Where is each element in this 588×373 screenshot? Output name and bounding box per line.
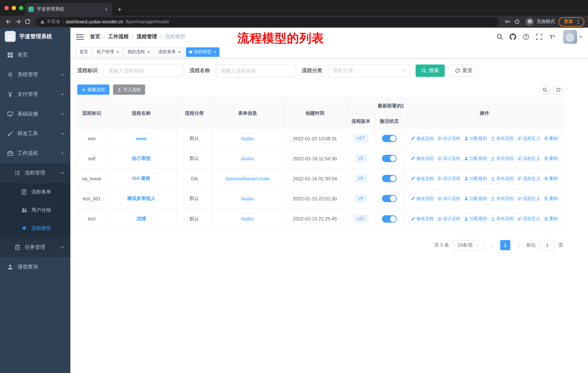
action-design-link[interactable]: 设计流程	[437, 155, 460, 161]
security-chip[interactable]: 不安全	[40, 19, 60, 25]
show-search-button[interactable]	[539, 84, 550, 95]
tag-process-model[interactable]: 流程模型×	[186, 47, 220, 57]
action-modify-link[interactable]: 修改流程	[411, 195, 434, 202]
tag-tenant[interactable]: 租户管理×	[93, 47, 122, 57]
user-menu[interactable]	[563, 30, 582, 44]
bookmark-star-icon[interactable]	[512, 17, 522, 26]
sidebar-item-workflow[interactable]: 工作流程	[0, 143, 70, 163]
reset-button[interactable]: 重置	[449, 64, 478, 77]
action-modify-link[interactable]: 修改流程	[411, 135, 434, 141]
action-design-link[interactable]: 设计流程	[437, 135, 460, 141]
active-toggle[interactable]	[382, 155, 396, 162]
tag-process-form[interactable]: 流程表单×	[155, 47, 184, 57]
incognito-chip[interactable]: 无痕模式	[525, 17, 555, 26]
prev-page-button[interactable]: ‹	[488, 240, 496, 250]
user-avatar[interactable]	[563, 30, 577, 44]
github-icon[interactable]	[509, 33, 516, 40]
sidebar-item-process-form[interactable]: 流程表单	[0, 183, 70, 201]
sidebar-logo[interactable]: 芋道管理系统	[0, 28, 70, 45]
action-delete-link[interactable]: 删除	[544, 175, 558, 181]
zoom-window-button[interactable]	[19, 6, 23, 10]
header-search-icon[interactable]	[496, 33, 504, 40]
breadcrumb-item-1[interactable]: 工作流程	[108, 33, 129, 40]
goto-page-input[interactable]	[539, 240, 555, 250]
action-publish-link[interactable]: 发布流程	[491, 195, 514, 202]
action-publish-link[interactable]: 发布流程	[491, 175, 514, 181]
breadcrumb-item-0[interactable]: 首页	[90, 33, 100, 40]
browser-menu-kebab-icon[interactable]	[576, 19, 581, 24]
tag-home[interactable]: 首页	[76, 47, 92, 57]
browser-update-button[interactable]: 更新	[558, 17, 584, 26]
active-toggle[interactable]	[382, 195, 396, 202]
sidebar-item-task-management[interactable]: 任务管理	[0, 238, 70, 257]
tag-my-process[interactable]: 我的流程×	[124, 47, 153, 57]
help-icon[interactable]	[522, 33, 530, 40]
action-modify-link[interactable]: 修改流程	[411, 216, 434, 222]
form-link[interactable]: biubiu	[241, 156, 254, 161]
active-toggle[interactable]	[382, 135, 396, 142]
action-assign-link[interactable]: 分配规则	[464, 216, 487, 222]
forward-icon[interactable]	[13, 17, 23, 26]
action-design-link[interactable]: 设计流程	[437, 195, 460, 202]
action-modify-link[interactable]: 修改流程	[411, 175, 434, 181]
action-assign-link[interactable]: 分配规则	[464, 195, 487, 202]
action-publish-link[interactable]: 发布流程	[491, 135, 514, 141]
browser-tab[interactable]: 芋道管理系统 ×	[25, 3, 112, 16]
page-size-select[interactable]: 10条/页	[453, 240, 484, 250]
sidebar-item-system-management[interactable]: 系统管理	[0, 65, 70, 84]
action-definition-link[interactable]: 流程定义	[517, 155, 540, 161]
search-button[interactable]: 搜索	[416, 64, 445, 77]
reload-icon[interactable]	[23, 17, 32, 26]
sidebar-item-process-management[interactable]: 流程管理	[0, 163, 70, 183]
process-name-link[interactable]: eeee	[136, 136, 147, 141]
action-modify-link[interactable]: 修改流程	[411, 155, 434, 161]
tag-close-icon[interactable]: ×	[147, 50, 150, 54]
form-link[interactable]: biubiu	[241, 136, 254, 141]
back-icon[interactable]	[4, 17, 13, 26]
close-window-button[interactable]	[4, 6, 9, 10]
font-size-icon[interactable]: TT	[549, 33, 556, 40]
process-name-link[interactable]: 自己审批	[132, 155, 151, 162]
action-delete-link[interactable]: 删除	[544, 195, 558, 202]
tag-close-icon[interactable]: ×	[116, 50, 119, 54]
version-tag[interactable]: v21	[354, 215, 368, 222]
tab-close-icon[interactable]: ×	[104, 6, 109, 12]
sidebar-item-leave-query[interactable]: 请假查询	[0, 257, 70, 277]
process-name-link[interactable]: 滔博	[136, 215, 146, 222]
form-link[interactable]: /bpm/oa/leave/create	[225, 176, 270, 181]
minimize-window-button[interactable]	[12, 6, 16, 10]
action-delete-link[interactable]: 删除	[544, 135, 558, 141]
new-tab-button[interactable]: +	[117, 6, 122, 13]
action-definition-link[interactable]: 流程定义	[517, 135, 540, 141]
active-toggle[interactable]	[382, 175, 396, 182]
action-assign-link[interactable]: 分配规则	[464, 155, 487, 161]
action-delete-link[interactable]: 删除	[544, 216, 558, 222]
version-tag[interactable]: v17	[354, 134, 368, 142]
action-design-link[interactable]: 设计流程	[437, 216, 460, 222]
action-publish-link[interactable]: 发布流程	[491, 155, 514, 161]
action-delete-link[interactable]: 删除	[544, 155, 558, 161]
tag-close-icon[interactable]: ×	[214, 50, 216, 54]
action-definition-link[interactable]: 流程定义	[517, 216, 540, 222]
version-tag[interactable]: v4	[355, 194, 367, 202]
next-page-button[interactable]: ›	[514, 240, 523, 250]
sidebar-item-process-model[interactable]: 流程模型	[0, 219, 70, 238]
action-definition-link[interactable]: 流程定义	[517, 195, 540, 202]
version-tag[interactable]: v2	[355, 154, 367, 162]
process-name-link[interactable]: 测试多审批人	[127, 195, 156, 202]
tag-close-icon[interactable]: ×	[178, 50, 181, 54]
page-number-button[interactable]: 1	[500, 240, 510, 250]
sidebar-item-user-group[interactable]: 用户分组	[0, 201, 70, 219]
action-design-link[interactable]: 设计流程	[437, 175, 460, 181]
address-bar[interactable]: 不安全 dashboard.yudao.iocoder.cn/bpm/manag…	[36, 17, 499, 26]
process-id-input[interactable]	[104, 64, 184, 77]
active-toggle[interactable]	[382, 215, 396, 222]
sidebar-item-home[interactable]: 首页	[0, 45, 70, 65]
refresh-table-button[interactable]	[553, 84, 563, 95]
process-name-input[interactable]	[216, 64, 296, 77]
fullscreen-icon[interactable]	[536, 33, 543, 40]
password-key-icon[interactable]	[503, 17, 512, 26]
sidebar-item-infrastructure[interactable]: 基础设施	[0, 104, 70, 124]
version-tag[interactable]: v5	[355, 174, 367, 182]
form-link[interactable]: biubiu	[241, 196, 254, 201]
